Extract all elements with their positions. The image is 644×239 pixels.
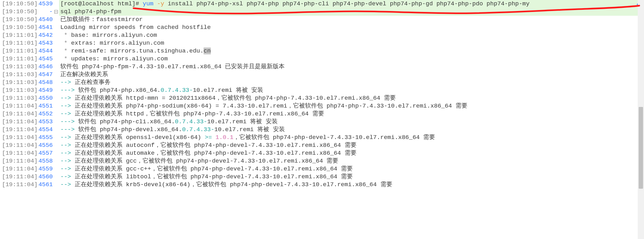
line-number[interactable]: 4545 xyxy=(36,55,53,63)
log-segment: ，它被软件包 php74-php-devel-7.4.33-10.el7.rem… xyxy=(233,134,435,141)
line-number[interactable]: 4551 xyxy=(36,102,53,110)
timestamp: [19:11:04] xyxy=(0,142,36,149)
log-row: [19:11:03]4548--> 正在检查事务 xyxy=(0,79,644,86)
line-number[interactable]: - xyxy=(36,8,53,16)
log-text[interactable]: * base: mirrors.aliyun.com xyxy=(59,31,644,39)
line-number[interactable]: 4541 xyxy=(36,24,53,31)
line-number[interactable]: 4557 xyxy=(36,149,53,157)
log-segment: 10.el7.remi 将被 安装 xyxy=(193,87,263,94)
log-text[interactable]: --> 正在处理依赖关系 automake，它被软件包 php74-php-de… xyxy=(59,149,644,157)
log-text[interactable]: --> 正在处理依赖关系 krb5-devel(x86-64)，它被软件包 ph… xyxy=(59,181,644,189)
log-text[interactable]: * extras: mirrors.aliyun.com xyxy=(59,39,644,47)
fold-gutter[interactable] xyxy=(53,126,59,134)
line-number[interactable]: 4561 xyxy=(36,181,53,189)
vertical-scrollbar-thumb[interactable] xyxy=(639,107,643,189)
line-number[interactable]: 4559 xyxy=(36,165,53,173)
log-text[interactable]: ---> 软件包 php74-php-cli.x86_64.0.7.4.33-1… xyxy=(59,118,644,126)
line-number[interactable]: 4543 xyxy=(36,39,53,47)
fold-gutter[interactable] xyxy=(53,39,59,47)
line-number[interactable]: 4555 xyxy=(36,134,53,142)
fold-gutter[interactable] xyxy=(53,47,59,55)
line-number[interactable]: 4546 xyxy=(36,63,53,71)
fold-gutter[interactable] xyxy=(53,110,59,118)
fold-gutter[interactable] xyxy=(53,16,59,24)
fold-gutter[interactable] xyxy=(53,94,59,102)
fold-gutter[interactable] xyxy=(53,71,59,79)
log-text[interactable]: --> 正在处理依赖关系 autoconf，它被软件包 php74-php-de… xyxy=(59,142,644,149)
log-text[interactable]: Loading mirror speeds from cached hostfi… xyxy=(59,24,644,31)
line-number[interactable]: 4560 xyxy=(36,173,53,181)
fold-gutter[interactable] xyxy=(53,134,59,142)
line-number[interactable]: 4550 xyxy=(36,94,53,102)
log-segment: >= xyxy=(205,134,216,141)
log-segment: 10.el7.remi 将被 安装 xyxy=(207,118,277,125)
log-text[interactable]: --> 正在处理依赖关系 libtool，它被软件包 php74-php-dev… xyxy=(59,173,644,181)
line-number[interactable]: 4556 xyxy=(36,142,53,149)
log-text[interactable]: 已加载插件：fastestmirror xyxy=(59,16,644,24)
line-number[interactable]: 4547 xyxy=(36,71,53,79)
log-segment: --> xyxy=(60,103,75,109)
fold-gutter[interactable] xyxy=(53,55,59,63)
line-number[interactable]: 4540 xyxy=(36,16,53,24)
log-segment: 正在处理依赖关系 httpd-mmn = 20120211x8664，它被软件包… xyxy=(75,95,396,102)
fold-gutter[interactable] xyxy=(53,8,59,16)
fold-gutter[interactable] xyxy=(53,173,59,181)
log-text[interactable]: --> 正在处理依赖关系 httpd-mmn = 20120211x8664，它… xyxy=(59,94,644,102)
log-segment: 正在处理依赖关系 httpd，它被软件包 php74-php-7.4.33-10… xyxy=(75,110,324,117)
log-text[interactable]: ---> 软件包 php74-php.x86_64.0.7.4.33-10.el… xyxy=(59,86,644,94)
log-text[interactable]: --> 正在检查事务 xyxy=(59,79,644,86)
timestamp: [19:11:03] xyxy=(0,94,36,102)
fold-gutter[interactable] xyxy=(53,24,59,31)
timestamp: [19:11:01] xyxy=(0,31,36,39)
log-segment: --> xyxy=(60,110,75,117)
log-segment: --> xyxy=(60,173,75,180)
fold-gutter[interactable] xyxy=(53,86,59,94)
log-text[interactable]: 软件包 php74-php-fpm-7.4.33-10.el7.remi.x86… xyxy=(59,63,644,71)
timestamp: [19:11:04] xyxy=(0,165,36,173)
fold-gutter[interactable] xyxy=(53,79,59,86)
log-text[interactable]: --> 正在处理依赖关系 gcc，它被软件包 php74-php-devel-7… xyxy=(59,157,644,165)
timestamp: [19:10:50] xyxy=(0,0,36,8)
log-text[interactable]: 正在解决依赖关系 xyxy=(59,71,644,79)
fold-gutter[interactable] xyxy=(53,102,59,110)
line-number[interactable]: 4549 xyxy=(36,86,53,94)
fold-gutter[interactable] xyxy=(53,63,59,71)
timestamp: [19:11:03] xyxy=(0,79,36,86)
log-text[interactable]: --> 正在处理依赖关系 httpd，它被软件包 php74-php-7.4.3… xyxy=(59,110,644,118)
log-segment: 1.0.1 xyxy=(216,134,233,141)
log-segment: base: mirrors.aliyun.com xyxy=(71,32,157,39)
log-segment: 10.el7.remi 将被 安装 xyxy=(214,126,285,133)
line-number[interactable]: 4539 xyxy=(36,0,53,8)
log-text[interactable]: --> 正在处理依赖关系 openssl-devel(x86-64) >= 1.… xyxy=(59,134,644,142)
log-text[interactable]: sql php74-php-fpm xyxy=(59,8,644,16)
fold-gutter[interactable] xyxy=(53,142,59,149)
log-text[interactable]: --> 正在处理依赖关系 gcc-c++，它被软件包 php74-php-dev… xyxy=(59,165,644,173)
log-row: [19:11:01]4544 * remi-safe: mirrors.tuna… xyxy=(0,47,644,55)
log-segment: 0.7.4.33- xyxy=(175,118,207,125)
timestamp: [19:11:01] xyxy=(0,55,36,63)
fold-gutter[interactable] xyxy=(53,118,59,126)
fold-gutter[interactable] xyxy=(53,157,59,165)
log-segment: --> xyxy=(60,134,75,141)
fold-gutter[interactable] xyxy=(53,0,59,8)
fold-gutter[interactable] xyxy=(53,149,59,157)
fold-gutter[interactable] xyxy=(53,165,59,173)
log-text[interactable]: * updates: mirrors.aliyun.com xyxy=(59,55,644,63)
fold-gutter[interactable] xyxy=(53,181,59,189)
line-number[interactable]: 4542 xyxy=(36,31,53,39)
line-number[interactable]: 4552 xyxy=(36,110,53,118)
vertical-scrollbar-track[interactable] xyxy=(638,0,644,239)
line-number[interactable]: 4553 xyxy=(36,118,53,126)
line-number[interactable]: 4544 xyxy=(36,47,53,55)
fold-gutter[interactable] xyxy=(53,31,59,39)
line-number[interactable]: 4558 xyxy=(36,157,53,165)
log-text[interactable]: --> 正在处理依赖关系 php74-php-sodium(x86-64) = … xyxy=(59,102,644,110)
line-number[interactable]: 4548 xyxy=(36,79,53,86)
collapse-toggle-icon[interactable] xyxy=(54,10,58,14)
log-segment: 正在处理依赖关系 gcc-c++，它被软件包 php74-php-devel-7… xyxy=(75,165,353,172)
log-text[interactable]: [root@localhost html]# yum -y install ph… xyxy=(59,0,644,8)
log-row: [19:11:04]4551--> 正在处理依赖关系 php74-php-sod… xyxy=(0,102,644,110)
line-number[interactable]: 4554 xyxy=(36,126,53,134)
log-text[interactable]: ---> 软件包 php74-php-devel.x86_64.0.7.4.33… xyxy=(59,126,644,134)
log-text[interactable]: * remi-safe: mirrors.tuna.tsinghua.edu.c… xyxy=(59,47,644,55)
